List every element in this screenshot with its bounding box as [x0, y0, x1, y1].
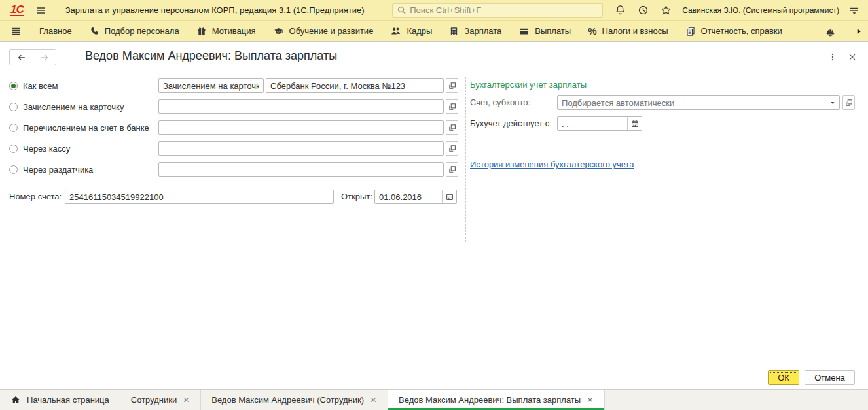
- choose-icon: [448, 165, 457, 174]
- account-subconto-field[interactable]: [558, 96, 825, 109]
- tab-close-icon[interactable]: [587, 396, 594, 403]
- tab-home[interactable]: Начальная страница: [0, 390, 120, 410]
- radio-circle: [9, 103, 18, 111]
- effective-date-group: . .: [557, 116, 642, 131]
- forward-icon: [39, 53, 50, 62]
- radio-to-card[interactable]: Зачислением на карточку: [9, 99, 124, 114]
- sections-burger-button[interactable]: [10, 26, 22, 37]
- effective-date-field[interactable]: . .: [558, 117, 627, 130]
- history-link[interactable]: История изменения бухгалтерского учета: [470, 160, 634, 169]
- user-menu-icon: [848, 5, 860, 16]
- bank-account-choose-button[interactable]: [446, 120, 458, 135]
- divider: [465, 77, 466, 242]
- radio-circle: [9, 124, 18, 132]
- choose-icon: [844, 98, 854, 107]
- favorites-button[interactable]: [660, 5, 672, 16]
- service-menu-button[interactable]: [848, 5, 860, 16]
- effective-calendar-button[interactable]: [627, 117, 642, 130]
- tab-employees[interactable]: Сотрудники: [120, 390, 201, 410]
- radio-via-distributor[interactable]: Через раздатчика: [9, 162, 93, 177]
- radio-circle: [9, 165, 18, 174]
- back-icon: [16, 53, 27, 62]
- tab-employee-card[interactable]: Ведов Максим Андреевич (Сотрудник): [201, 390, 388, 410]
- bell-icon: [615, 5, 626, 16]
- application-window: 1С Зарплата и управление персоналом КОРП…: [0, 0, 868, 410]
- gift-icon: [196, 26, 207, 37]
- menu-item-hr[interactable]: Кадры: [390, 26, 432, 37]
- radio-via-cashdesk[interactable]: Через кассу: [9, 141, 70, 156]
- page-title: Ведов Максим Андреевич: Выплата зарплаты: [85, 49, 337, 63]
- current-user: Савинская З.Ю. (Системный программист): [682, 6, 839, 15]
- choose-icon: [448, 123, 457, 132]
- report-icon: [685, 26, 696, 37]
- account-number-field[interactable]: [65, 190, 334, 204]
- opened-label: Открыт:: [341, 192, 372, 201]
- title-bar: 1С Зарплата и управление персоналом КОРП…: [0, 0, 868, 21]
- bank-account-field[interactable]: [158, 120, 444, 135]
- labor-safety-button[interactable]: [825, 26, 836, 37]
- bank-field[interactable]: [266, 78, 444, 93]
- tab-close-icon[interactable]: [183, 396, 190, 403]
- card-project-choose-button[interactable]: [446, 99, 458, 114]
- card-project-field[interactable]: [158, 99, 444, 114]
- global-search[interactable]: [392, 3, 603, 18]
- opened-date-group: [374, 190, 457, 204]
- distributor-choose-button[interactable]: [446, 162, 458, 177]
- burger-icon: [10, 26, 22, 37]
- cashdesk-field[interactable]: [158, 141, 444, 156]
- open-windows-panel: Начальная страница Сотрудники Ведов Макс…: [0, 389, 868, 410]
- opened-date-field[interactable]: [375, 190, 442, 203]
- radio-circle: [9, 145, 18, 153]
- sections-panel: Главное Подбор персонала Мотивация Обуче…: [0, 21, 868, 42]
- subconto-choose-button[interactable]: [842, 95, 855, 110]
- notifications-button[interactable]: [615, 5, 626, 16]
- menu-item-main[interactable]: Главное: [39, 26, 72, 36]
- menu-item-motivation[interactable]: Мотивация: [196, 26, 256, 37]
- dropdown-icon: [829, 99, 837, 107]
- phone-icon: [89, 26, 99, 37]
- bank-choose-button[interactable]: [446, 78, 458, 93]
- menu-item-taxes[interactable]: % Налоги и взносы: [588, 26, 668, 37]
- search-icon: [397, 5, 407, 15]
- history-icon: [638, 5, 649, 16]
- menu-item-payments[interactable]: Выплаты: [518, 26, 571, 37]
- radio-to-bank-account[interactable]: Перечислением на счет в банке: [9, 120, 149, 135]
- search-input[interactable]: [410, 5, 598, 15]
- tab-close-icon[interactable]: [370, 396, 377, 403]
- forward-button[interactable]: [33, 50, 56, 65]
- radio-as-everyone[interactable]: Как всем: [9, 78, 58, 93]
- cashdesk-choose-button[interactable]: [446, 141, 458, 156]
- more-sections-button[interactable]: [855, 27, 863, 36]
- home-icon: [10, 395, 21, 405]
- accounting-section-title: Бухгалтерский учет зарплаты: [470, 80, 587, 90]
- salary-project-field[interactable]: [158, 78, 264, 93]
- percent-icon: %: [588, 26, 596, 37]
- form-salary-payment: Ведов Максим Андреевич: Выплата зарплаты…: [0, 42, 868, 389]
- star-icon: [660, 5, 672, 16]
- back-button[interactable]: [10, 50, 33, 65]
- effective-date-label: Бухучет действует с:: [470, 118, 552, 128]
- main-menu-button[interactable]: [35, 5, 47, 16]
- close-form-button[interactable]: [846, 50, 859, 63]
- subconto-dropdown-button[interactable]: [825, 96, 839, 109]
- menu-item-recruiting[interactable]: Подбор персонала: [89, 26, 179, 37]
- history-button[interactable]: [638, 5, 649, 16]
- opened-calendar-button[interactable]: [442, 190, 456, 203]
- 1c-logo: 1С: [10, 4, 24, 16]
- calendar-icon: [630, 119, 640, 128]
- card-icon: [518, 26, 530, 37]
- choose-icon: [448, 144, 457, 153]
- tab-salary-payment[interactable]: Ведов Максим Андреевич: Выплата зарплаты: [388, 390, 605, 410]
- menu-item-payroll[interactable]: Зарплата: [449, 26, 501, 37]
- more-actions-button[interactable]: [826, 50, 839, 63]
- people-icon: [390, 26, 401, 37]
- cancel-button[interactable]: Отмена: [805, 370, 855, 385]
- distributor-field[interactable]: [158, 162, 444, 177]
- ok-button[interactable]: ОК: [768, 370, 799, 385]
- hardhat-icon: [825, 26, 836, 37]
- menu-item-training[interactable]: Обучение и развитие: [273, 26, 374, 37]
- account-number-label: Номер счета:: [9, 192, 62, 201]
- menu-item-reports[interactable]: Отчетность, справки: [685, 26, 782, 37]
- account-subconto-group: [557, 95, 840, 110]
- calendar-icon: [445, 192, 454, 201]
